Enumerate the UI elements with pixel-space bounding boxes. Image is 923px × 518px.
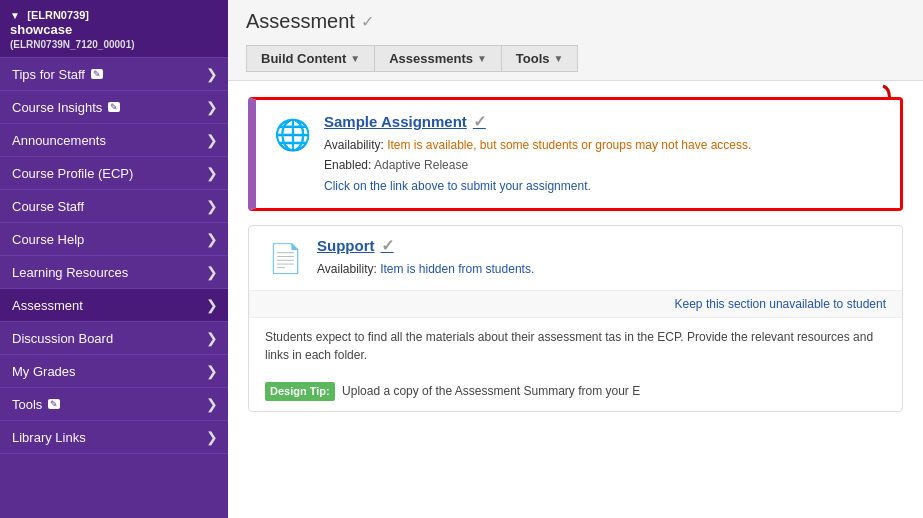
sidebar-item-assessment[interactable]: Assessment ❯ bbox=[0, 289, 228, 322]
sidebar-item-label: Course Help bbox=[12, 232, 84, 247]
sidebar-item-left: Tools ✎ bbox=[12, 397, 60, 412]
chevron-right-icon: ❯ bbox=[206, 66, 218, 82]
support-body: Keep this section unavailable to student… bbox=[249, 291, 902, 411]
build-content-button[interactable]: Build Content ▼ bbox=[246, 45, 374, 72]
chevron-right-icon: ❯ bbox=[206, 330, 218, 346]
chevron-right-icon: ❯ bbox=[206, 264, 218, 280]
sidebar-item-announcements[interactable]: Announcements ❯ bbox=[0, 124, 228, 157]
sidebar-item-label: Discussion Board bbox=[12, 331, 113, 346]
assignment-click-text: Click on the link above to submit your a… bbox=[324, 179, 591, 193]
support-banner: Keep this section unavailable to student bbox=[249, 291, 902, 318]
sidebar-item-tips-for-staff[interactable]: Tips for Staff ✎ ❯ bbox=[0, 58, 228, 91]
support-text: Students expect to find all the material… bbox=[249, 318, 902, 411]
sidebar-item-course-profile[interactable]: Course Profile (ECP) ❯ bbox=[0, 157, 228, 190]
assignment-verify-icon: ✓ bbox=[473, 112, 486, 131]
support-item: 📄 Support ✓ Availability: Item is hidden… bbox=[248, 225, 903, 412]
chevron-right-icon: ❯ bbox=[206, 165, 218, 181]
sidebar-item-left: Announcements bbox=[12, 133, 106, 148]
sidebar-item-left: Library Links bbox=[12, 430, 86, 445]
sidebar-item-course-staff[interactable]: Course Staff ❯ bbox=[0, 190, 228, 223]
sidebar-item-label: Course Staff bbox=[12, 199, 84, 214]
external-icon: ✎ bbox=[108, 102, 120, 112]
page-title: Assessment ✓ bbox=[246, 10, 905, 33]
assignment-title[interactable]: Sample Assignment ✓ bbox=[324, 112, 884, 131]
dropdown-arrow: ▼ bbox=[554, 53, 564, 64]
sidebar-item-left: Course Help bbox=[12, 232, 84, 247]
sidebar-item-course-help[interactable]: Course Help ❯ bbox=[0, 223, 228, 256]
sidebar-item-left: Tips for Staff ✎ bbox=[12, 67, 103, 82]
sidebar-item-course-insights[interactable]: Course Insights ✎ ❯ bbox=[0, 91, 228, 124]
verify-icon: ✓ bbox=[361, 12, 374, 31]
design-tip-badge: Design Tip: bbox=[265, 382, 335, 401]
sidebar: ▼ [ELRN0739] showcase (ELRN0739N_7120_00… bbox=[0, 0, 228, 518]
sidebar-item-left: Assessment bbox=[12, 298, 83, 313]
sidebar-item-label: Learning Resources bbox=[12, 265, 128, 280]
sidebar-item-label: My Grades bbox=[12, 364, 76, 379]
sidebar-item-label: Library Links bbox=[12, 430, 86, 445]
sidebar-nav: Tips for Staff ✎ ❯ Course Insights ✎ ❯ A… bbox=[0, 58, 228, 454]
sample-assignment-item: 🌐 Sample Assignment ✓ Availability: Item… bbox=[248, 97, 903, 211]
page-title-text: Assessment bbox=[246, 10, 355, 33]
assignment-meta: Availability: Item is available, but som… bbox=[324, 135, 884, 196]
chevron-right-icon: ❯ bbox=[206, 132, 218, 148]
content-area: 🌐 Sample Assignment ✓ Availability: Item… bbox=[228, 81, 923, 518]
support-icon: 📄 bbox=[265, 236, 305, 280]
toolbar: Build Content ▼Assessments ▼Tools ▼ bbox=[246, 41, 905, 72]
chevron-right-icon: ❯ bbox=[206, 231, 218, 247]
sidebar-item-label: Course Insights bbox=[12, 100, 102, 115]
chevron-right-icon: ❯ bbox=[206, 429, 218, 445]
external-icon: ✎ bbox=[91, 69, 103, 79]
sidebar-header: ▼ [ELRN0739] showcase (ELRN0739N_7120_00… bbox=[0, 0, 228, 58]
chevron-right-icon: ❯ bbox=[206, 363, 218, 379]
sidebar-item-my-grades[interactable]: My Grades ❯ bbox=[0, 355, 228, 388]
sidebar-item-label: Assessment bbox=[12, 298, 83, 313]
sidebar-item-label: Tools bbox=[12, 397, 42, 412]
sidebar-item-label: Tips for Staff bbox=[12, 67, 85, 82]
support-title[interactable]: Support ✓ bbox=[317, 236, 534, 255]
sidebar-item-library-links[interactable]: Library Links ❯ bbox=[0, 421, 228, 454]
sidebar-item-left: Course Profile (ECP) bbox=[12, 166, 133, 181]
sidebar-item-left: Learning Resources bbox=[12, 265, 128, 280]
sidebar-item-left: Discussion Board bbox=[12, 331, 113, 346]
support-verify-icon: ✓ bbox=[381, 236, 394, 255]
main-content: Assessment ✓ Build Content ▼Assessments … bbox=[228, 0, 923, 518]
sidebar-item-left: My Grades bbox=[12, 364, 76, 379]
sidebar-toggle-arrow[interactable]: ▼ bbox=[10, 10, 20, 21]
sidebar-item-label: Course Profile (ECP) bbox=[12, 166, 133, 181]
support-meta: Availability: Item is hidden from studen… bbox=[317, 259, 534, 279]
sidebar-item-discussion-board[interactable]: Discussion Board ❯ bbox=[0, 322, 228, 355]
course-name: showcase bbox=[10, 22, 72, 37]
sidebar-item-learning-resources[interactable]: Learning Resources ❯ bbox=[0, 256, 228, 289]
assignment-icon: 🌐 bbox=[272, 112, 312, 156]
sidebar-item-left: Course Staff bbox=[12, 199, 84, 214]
chevron-right-icon: ❯ bbox=[206, 99, 218, 115]
chevron-right-icon: ❯ bbox=[206, 297, 218, 313]
assessments-button[interactable]: Assessments ▼ bbox=[374, 45, 501, 72]
dropdown-arrow: ▼ bbox=[477, 53, 487, 64]
sidebar-item-tools[interactable]: Tools ✎ ❯ bbox=[0, 388, 228, 421]
dropdown-arrow: ▼ bbox=[350, 53, 360, 64]
sidebar-item-label: Announcements bbox=[12, 133, 106, 148]
tools-button[interactable]: Tools ▼ bbox=[501, 45, 579, 72]
assignment-details: Sample Assignment ✓ Availability: Item i… bbox=[324, 112, 884, 196]
external-icon: ✎ bbox=[48, 399, 60, 409]
chevron-right-icon: ❯ bbox=[206, 198, 218, 214]
main-header: Assessment ✓ Build Content ▼Assessments … bbox=[228, 0, 923, 81]
support-header: 📄 Support ✓ Availability: Item is hidden… bbox=[249, 226, 902, 291]
course-id: (ELRN0739N_7120_00001) bbox=[10, 39, 135, 50]
course-code: [ELRN0739] bbox=[27, 9, 89, 21]
sidebar-item-left: Course Insights ✎ bbox=[12, 100, 120, 115]
chevron-right-icon: ❯ bbox=[206, 396, 218, 412]
